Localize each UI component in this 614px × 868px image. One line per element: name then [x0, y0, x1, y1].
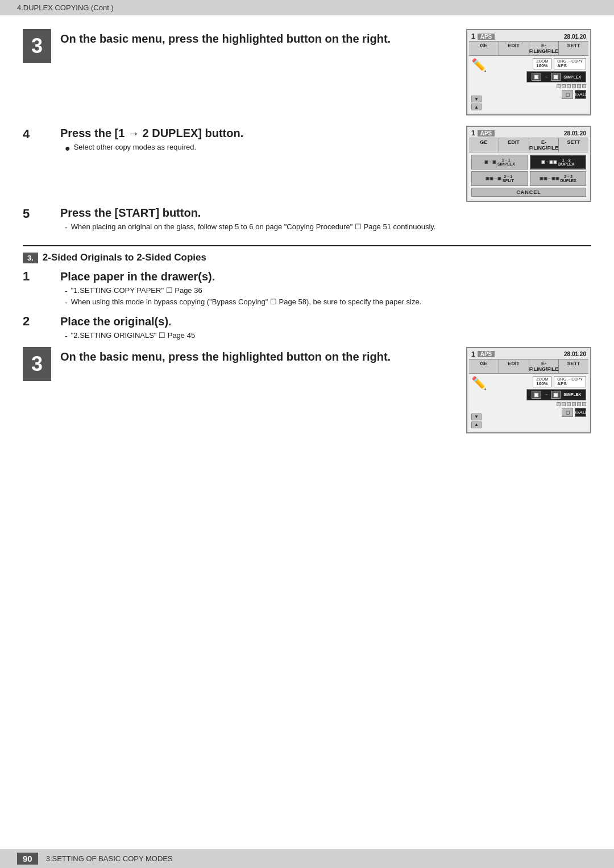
- screen3-icon-auto[interactable]: ⊙AU: [575, 408, 586, 417]
- s3-simplex-icon-l: ▣: [532, 391, 541, 399]
- screen3-zoom-row: ZOOM 100% ORG.→COPY APS: [533, 376, 586, 387]
- screen3-tab-ge: GE: [469, 359, 499, 373]
- s3-dot5: [577, 402, 581, 406]
- screen1-simplex-row: ▣ → ▣ SIMPLEX: [526, 71, 586, 82]
- duplex12-icon: ▣→▣▣: [541, 160, 557, 164]
- screen3-aps: APS: [478, 351, 495, 357]
- cancel-button[interactable]: CANCEL: [471, 188, 586, 197]
- screen1-body: ✏️ ▼ ▲ ZOOM 100%: [469, 56, 588, 113]
- footer-bar: 90 3.SETTING OF BASIC COPY MODES: [0, 849, 614, 868]
- screen1-num: 1: [471, 32, 475, 40]
- sec3-step2-text: "2.SETTING ORIGINALS" ☐ Page 45: [71, 331, 195, 340]
- screen3-icon-check[interactable]: ◻: [562, 408, 573, 417]
- duplex12-label: 1→2DUPLEX: [558, 158, 574, 166]
- screen3-tab-sett: SETT: [559, 359, 588, 373]
- split-label: 2→1SPLIT: [503, 175, 514, 183]
- screen3-zoom-box: ZOOM 100%: [533, 376, 551, 387]
- bullet-dash-s3-1: -: [65, 286, 68, 296]
- section-separator-main: [23, 245, 591, 246]
- zoom-label: ZOOM: [536, 59, 548, 63]
- screen1-mockup: 1 APS 28.01.20 GE EDIT E-FILING/FILE SET…: [466, 29, 591, 115]
- section3-num: 3.: [23, 253, 38, 263]
- scan-icon-3: ✏️: [471, 376, 492, 391]
- duplex-grid: ▣→▣ 1→1SIMPLEX ▣→▣▣ 1→2DUPLEX ▣▣→▣ 2→1SP…: [471, 155, 586, 186]
- s3-simplex-arrow: →: [544, 392, 548, 396]
- duplex22-label: 2→2DUPLEX: [561, 175, 576, 183]
- screen2-tab-efiling: E-FILING/FILE: [529, 138, 559, 152]
- header-text: 4.DUPLEX COPYING (Cont.): [17, 3, 114, 12]
- screen1-right-panel: ZOOM 100% ORG.→COPY APS: [494, 58, 586, 110]
- screen2-tab-ge: GE: [469, 138, 499, 152]
- screen1-tabs: GE EDIT E-FILING/FILE SETT: [469, 41, 588, 56]
- screen3-date: 28.01.20: [564, 351, 586, 357]
- screen1-icon-check[interactable]: ◻: [562, 90, 573, 99]
- screen3-right-panel: ZOOM 100% ORG.→COPY APS: [494, 376, 586, 428]
- sec3-step2-num: 2: [23, 314, 30, 328]
- s3-zoom-label: ZOOM: [536, 377, 548, 381]
- s3-dot3: [567, 402, 571, 406]
- step5-bullet: - When placing an original on the glass,…: [65, 222, 591, 233]
- nav-down-btn[interactable]: ▼: [471, 96, 482, 102]
- screen2-num: 1: [471, 129, 475, 137]
- bullet-dash-s3-2b: -: [65, 331, 68, 341]
- sec3-step1-bullet2: - When using this mode in bypass copying…: [65, 297, 591, 308]
- dot2: [562, 84, 566, 88]
- screen2-container: 1 APS 28.01.20 GE EDIT E-FILING/FILE SET…: [466, 126, 591, 202]
- s3-simplex-label: SIMPLEX: [563, 392, 581, 396]
- sec3-step1-text1: "1.SETTING COPY PAPER" ☐ Page 36: [71, 286, 202, 295]
- step4-sub: Select other copy modes as required.: [74, 143, 196, 151]
- screen3-tab-efiling: E-FILING/FILE: [529, 359, 559, 373]
- screen3-body: ✏️ ▼ ▲ ZOOM 100%: [469, 374, 588, 431]
- s3-dot6: [582, 402, 586, 406]
- screen3-num: 1: [471, 350, 475, 358]
- screen1-tab-efiling: E-FILING/FILE: [529, 42, 559, 55]
- screen3-bottom: ◻ ⊙AU: [494, 408, 586, 417]
- btn-simplex[interactable]: ▣→▣ 1→1SIMPLEX: [471, 155, 528, 170]
- screen2-body: ▣→▣ 1→1SIMPLEX ▣→▣▣ 1→2DUPLEX ▣▣→▣ 2→1SP…: [469, 152, 588, 199]
- s3-org-val: APS: [557, 381, 583, 386]
- nav-up-btn[interactable]: ▲: [471, 104, 482, 110]
- screen2-mockup: 1 APS 28.01.20 GE EDIT E-FILING/FILE SET…: [466, 126, 591, 202]
- sec3-step2-bullet: - "2.SETTING ORIGINALS" ☐ Page 45: [65, 331, 591, 341]
- split-icon: ▣▣→▣: [486, 176, 501, 181]
- org-val: APS: [557, 63, 583, 68]
- zoom-val: 100%: [536, 63, 548, 68]
- simplex-icon-left: ▣: [532, 73, 541, 81]
- screen1-simplex-btn[interactable]: ▣ → ▣ SIMPLEX: [526, 71, 586, 82]
- step4-title: Press the [1 → 2 DUPLEX] button.: [60, 126, 453, 140]
- screen3-simplex-btn[interactable]: ▣ → ▣ SIMPLEX: [526, 389, 586, 400]
- screen3-left-panel: ✏️ ▼ ▲: [471, 376, 492, 428]
- screen3-topbar: 1 APS 28.01.20: [469, 350, 588, 359]
- screen1-icon-auto[interactable]: ⊙AU: [575, 90, 586, 99]
- screen2-date: 28.01.20: [564, 130, 586, 137]
- sec3-step1-bullet1: - "1.SETTING COPY PAPER" ☐ Page 36: [65, 286, 591, 296]
- simplex-label-s2: 1→1SIMPLEX: [497, 158, 515, 166]
- btn-duplex22[interactable]: ▣▣→▣▣ 2→2DUPLEX: [530, 171, 587, 186]
- section3-heading-row: 3. 2-Sided Originals to 2-Sided Copies: [23, 252, 591, 263]
- s3-org-label: ORG.→COPY: [557, 377, 583, 381]
- screen2-tabs: GE EDIT E-FILING/FILE SETT: [469, 138, 588, 152]
- screen1-topbar: 1 APS 28.01.20: [469, 32, 588, 41]
- dot6: [582, 84, 586, 88]
- s3-zoom-val: 100%: [536, 381, 548, 386]
- screen1-zoom-row: ZOOM 100% ORG.→COPY APS: [533, 58, 586, 69]
- org-label: ORG.→COPY: [557, 59, 583, 63]
- footer-page-num: 90: [17, 853, 38, 865]
- nav3-up-btn[interactable]: ▲: [471, 421, 482, 428]
- sec3-step3-badge: 3: [23, 347, 51, 381]
- screen2-tab-sett: SETT: [559, 138, 588, 152]
- dot5: [577, 84, 581, 88]
- footer-text: 3.SETTING OF BASIC COPY MODES: [46, 854, 173, 863]
- screen1-zoom-box: ZOOM 100%: [533, 58, 551, 69]
- step4-num: 4: [23, 127, 30, 141]
- nav3-down-btn[interactable]: ▼: [471, 414, 482, 420]
- btn-duplex12[interactable]: ▣→▣▣ 1→2DUPLEX: [530, 155, 587, 170]
- s3-dot2: [562, 402, 566, 406]
- screen2-topbar: 1 APS 28.01.20: [469, 129, 588, 138]
- screen1-dots: [557, 84, 586, 88]
- btn-split[interactable]: ▣▣→▣ 2→1SPLIT: [471, 171, 528, 186]
- screen3-tabs: GE EDIT E-FILING/FILE SETT: [469, 359, 588, 374]
- sec3-step2-title: Place the original(s).: [60, 314, 591, 329]
- simplex-icon: ▣→▣: [484, 160, 496, 164]
- scan-icon: ✏️: [471, 58, 492, 73]
